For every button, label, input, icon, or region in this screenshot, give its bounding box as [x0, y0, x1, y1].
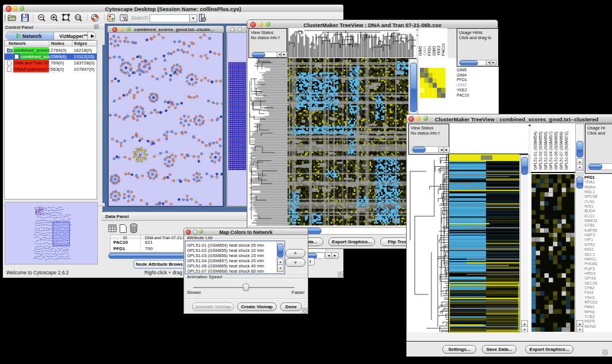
- svg-text:1:1: 1:1: [76, 16, 80, 19]
